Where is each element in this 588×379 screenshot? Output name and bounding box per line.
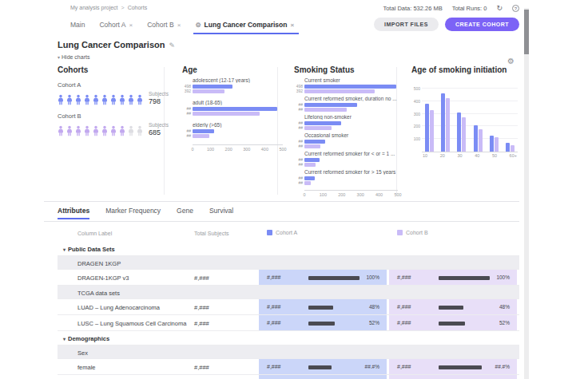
top-bar: My analysis project>Cohorts Total Data: … — [44, 3, 519, 14]
row-label: LUAD – Lung Adenocarcinoma — [77, 304, 160, 311]
subjects-value: 685 — [149, 128, 169, 136]
table-group-row: ▾Demographics — [58, 331, 519, 345]
close-icon[interactable]: × — [129, 22, 133, 29]
person-icon — [66, 125, 73, 136]
bar-fill — [439, 322, 465, 326]
cohort-a-bar — [193, 107, 277, 111]
histogram-group — [425, 104, 434, 152]
cohort-b-bar — [479, 129, 483, 152]
cohort-b-bar — [495, 137, 499, 152]
section-divider — [44, 201, 519, 202]
page-title-text: Lung Cancer Comparison — [58, 40, 165, 49]
tab-row: Main Cohort A× Cohort B× ⚙Lung Cancer Co… — [44, 18, 519, 35]
breadcrumb-cohorts[interactable]: Cohorts — [128, 5, 148, 10]
table-subheader-row: TCGA data sets — [58, 286, 519, 299]
percent-label: 48% — [499, 304, 510, 310]
breadcrumb: My analysis project>Cohorts — [70, 5, 147, 10]
close-icon[interactable]: × — [177, 22, 181, 29]
tabs-divider — [44, 221, 519, 222]
total-subjects-header: Total Subjects — [194, 231, 229, 236]
cohort-b-cell: #,#####.#% — [389, 375, 517, 379]
bar-value-labels: #### — [182, 106, 191, 116]
tab-label: Cohort B — [147, 21, 174, 29]
cohort-count: #,### — [397, 364, 411, 369]
cohorts-section: Cohorts Cohort ASubjects798Cohort BSubje… — [58, 65, 173, 136]
cohort-b-bar — [462, 117, 466, 152]
tab-attributes[interactable]: Attributes — [58, 207, 89, 219]
person-icon — [128, 125, 134, 136]
cohort-a-bar — [474, 125, 478, 152]
subheader-label: DRAGEN 1KGP — [77, 260, 121, 267]
refresh-icon[interactable]: ↻ — [496, 5, 503, 12]
vertical-scrollbar[interactable] — [524, 8, 529, 379]
cohort-b-bar — [193, 112, 260, 116]
cohort-b-value: ## — [294, 125, 303, 130]
bar-column: Current reformed smoker for < or = 1 ... — [304, 151, 403, 168]
x-tick-label: 30 — [457, 153, 462, 158]
tab-survival[interactable]: Survival — [209, 207, 233, 219]
cohort-count: #,### — [267, 320, 281, 326]
cohort-b-bar — [304, 163, 316, 167]
hide-charts-toggle[interactable]: ▾Hide charts — [58, 54, 89, 60]
cohort-a-bar — [193, 129, 214, 133]
person-icon — [93, 94, 99, 105]
cohort-count: #,### — [397, 274, 411, 280]
bar-track — [439, 322, 490, 326]
group-label: Public Data Sets — [68, 246, 115, 253]
import-files-button[interactable]: IMPORT FILES — [374, 18, 439, 31]
legend-cohort-b: Cohort B — [397, 230, 428, 235]
row-label: LUSC – Lung Squamous Cell Carcinoma — [77, 320, 186, 327]
header-actions: IMPORT FILES CREATE COHORT — [374, 18, 519, 31]
total-subjects-value: #,### — [194, 304, 209, 311]
cohort-b-value: ## — [294, 107, 303, 112]
table-header: Column Label Total Subjects Cohort A Coh… — [58, 226, 519, 242]
help-icon[interactable]: ? — [512, 5, 519, 12]
group-label: Demographics — [68, 335, 109, 342]
tab-cohort-a[interactable]: Cohort A× — [99, 18, 133, 34]
tab-main[interactable]: Main — [70, 18, 85, 34]
cohort-count: #,### — [397, 304, 411, 310]
x-tick-label: 400 — [261, 147, 268, 152]
cohort-b-bar — [193, 134, 209, 138]
caret-down-icon: ▾ — [63, 247, 66, 252]
bar-fill — [439, 276, 490, 280]
edit-pencil-icon[interactable]: ✎ — [169, 41, 175, 49]
group-toggle[interactable]: ▾Demographics — [63, 335, 109, 342]
scrollbar-thumb[interactable] — [524, 10, 529, 54]
bar-track — [308, 306, 360, 310]
initiation-x-axis: 102030405060+ — [422, 152, 518, 158]
row-label: DRAGEN-1KGP v3 — [77, 274, 129, 282]
person-icon — [101, 125, 108, 136]
tab-lung-cancer-comparison[interactable]: ⚙Lung Cancer Comparison× — [195, 18, 294, 34]
cohort-a-bar — [304, 121, 341, 125]
cohort-count: #,### — [267, 304, 281, 310]
cohort-a-cell: #,###100% — [259, 270, 387, 285]
y-tick-label: 200 — [411, 124, 420, 128]
percent-label: 52% — [499, 320, 510, 326]
bar-group: 498392Current smoker — [294, 77, 403, 94]
cohort-b-cell: #,###48% — [389, 299, 517, 314]
chart-settings-gear-icon[interactable]: ⚙ — [507, 57, 514, 65]
tab-cohort-b[interactable]: Cohort B× — [147, 18, 181, 34]
bar-group-label: Occasional smoker — [304, 132, 403, 138]
percent-label: ##.#% — [495, 364, 510, 369]
x-tick-label: 0 — [303, 192, 305, 197]
total-subjects-value: #,### — [194, 320, 209, 327]
close-icon[interactable]: × — [290, 22, 294, 29]
cohort-count: #,### — [267, 364, 281, 369]
bar-fill — [308, 365, 332, 369]
table-row: DRAGEN-1KGP v3#,####,###100%#,###100% — [58, 270, 519, 286]
age-x-axis: 0100200300400500 — [193, 144, 283, 152]
age-chart-title: Age — [182, 65, 284, 74]
tab-gene[interactable]: Gene — [177, 207, 193, 219]
create-cohort-button[interactable]: CREATE COHORT — [445, 18, 519, 31]
subjects-count: Subjects685 — [149, 122, 169, 136]
x-tick-label: 300 — [243, 147, 250, 152]
group-toggle[interactable]: ▾Public Data Sets — [63, 246, 115, 253]
breadcrumb-project[interactable]: My analysis project — [70, 5, 118, 10]
table-subheader-row: DRAGEN 1KGP — [58, 256, 519, 270]
cohort-a-bar — [457, 113, 461, 152]
tab-marker-frequency[interactable]: Marker Frequency — [105, 207, 161, 219]
y-tick-label: 100 — [411, 136, 420, 141]
caret-down-icon: ▾ — [63, 337, 66, 341]
